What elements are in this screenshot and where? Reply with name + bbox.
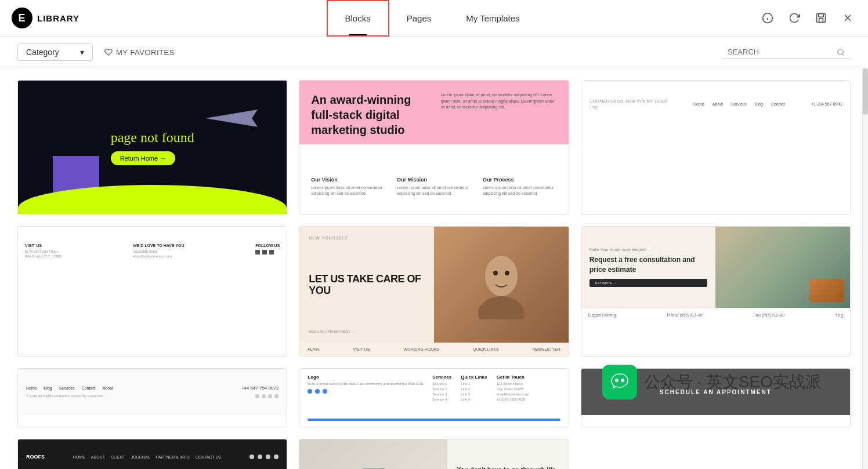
header-actions <box>759 9 856 27</box>
footer-blue-columns: Logo Build a brand loved by the Web Club… <box>308 375 560 402</box>
elementor-logo-icon: E <box>12 8 32 28</box>
refresh-button[interactable] <box>786 9 803 27</box>
library-logo: E LIBRARY <box>12 8 104 28</box>
social-icon-2 <box>262 394 266 398</box>
airplane-icon <box>205 104 263 133</box>
header-logo-label: Logo <box>589 105 667 109</box>
toolbar: Category ▾ MY FAVORITES <box>0 37 868 68</box>
social-icon-3 <box>268 394 272 398</box>
nav-footer-blog: Blog <box>44 386 52 390</box>
return-home-button[interactable]: Return Home → <box>111 151 175 165</box>
flooring-tagline: Make Your Home more elegant! <box>589 248 708 252</box>
footer-col-contact-title: Get In Touch <box>497 375 529 380</box>
card-beauty-salon[interactable]: NEW YOURSELF LET US TAKE CARE OF YOU BOO… <box>299 226 569 357</box>
category-dropdown[interactable]: Category ▾ <box>17 43 93 61</box>
beauty-subtitle: NEW YOURSELF <box>309 236 438 240</box>
dark-social-1 <box>249 455 254 459</box>
footer-col-quicklinks: Quick Links Link 1Link 2Link 3Link 4 <box>461 375 487 402</box>
col1-text: Lorem ipsum dolor sit amet consectetur a… <box>311 185 385 197</box>
footer-col-quicklinks-title: Quick Links <box>461 375 487 380</box>
card-footer-blue[interactable]: Logo Build a brand loved by the Web Club… <box>299 368 569 427</box>
card-appointment[interactable]: SCHEDULE AN APPOINTMENT <box>581 368 851 427</box>
return-home-label: Return Home → <box>120 155 166 162</box>
template-grid: page not found Return Home → An award-wi… <box>17 80 851 469</box>
scrollbar-thumb[interactable] <box>863 68 868 115</box>
flooring-phone: Phone: (555) 012–80 <box>667 313 702 317</box>
footer-col-logo-text: Build a brand loved by the Web Club comm… <box>308 381 423 387</box>
tab-blocks[interactable]: Blocks <box>327 0 389 37</box>
category-label: Category <box>26 48 59 57</box>
model-silhouette <box>478 250 525 319</box>
svg-rect-4 <box>819 14 823 17</box>
flooring-footer: Elegant Flooring Phone: (555) 012–80 Fax… <box>581 308 850 322</box>
col2-label: Our Mission <box>397 177 471 183</box>
flooring-brand-name: Elegant Flooring <box>588 313 616 317</box>
marketing-title: An award-winning full-stack digital mark… <box>311 92 415 137</box>
footer-col-contact: Get In Touch 123 Street NameCity, State … <box>497 375 529 402</box>
blue-social-tw <box>315 389 320 394</box>
library-title: LIBRARY <box>37 13 79 23</box>
svg-point-8 <box>838 49 843 54</box>
flooring-room-image <box>715 227 850 308</box>
card-dark-nav[interactable]: ROOFS HOME ABOUT CLIENT JOURNAL PARTNER … <box>17 439 287 469</box>
footer-col-services-title: Services <box>432 375 451 380</box>
card-flooring[interactable]: Make Your Home more elegant! Request a f… <box>581 226 851 357</box>
col3-label: Our Process <box>483 177 557 183</box>
card-404-page[interactable]: page not found Return Home → <box>17 80 287 214</box>
chevron-down-icon: ▾ <box>80 48 84 57</box>
scrollbar[interactable] <box>862 68 868 469</box>
nav-footer-bottom: © 2018 All Rights Reserved. Design by El… <box>26 394 279 398</box>
card-nav-footer[interactable]: Home Blog Services Contact About +44 647… <box>17 368 287 427</box>
svg-line-9 <box>842 53 844 55</box>
flooring-estimate-btn[interactable]: ESTIMATE → <box>589 279 708 287</box>
close-button[interactable] <box>839 9 856 27</box>
marketing-lorem: Lorem ipsum dolor sit amet, consectetur … <box>441 92 557 111</box>
my-favorites-button[interactable]: MY FAVORITES <box>104 48 175 57</box>
dark-nav-brand: ROOFS <box>26 454 45 460</box>
copyright-text: © 2018 All Rights Reserved. Design by El… <box>26 394 103 398</box>
beauty-model-image <box>434 227 569 343</box>
heart-icon <box>104 48 113 56</box>
dark-nav-contact: CONTACT US <box>196 455 222 459</box>
my-favorites-label: MY FAVORITES <box>116 48 175 57</box>
card-footer-small[interactable]: VISIT US 5179 EDITION TRAILWashington D.… <box>17 226 287 357</box>
social-icon-1 <box>255 394 259 398</box>
flooring-social: f p g <box>836 313 843 317</box>
beauty-footer: FLAIR VISIT US WORKING HOURS QUICK LINKS… <box>299 343 568 356</box>
social-icon-4 <box>274 394 279 398</box>
info-icon <box>762 12 773 24</box>
footer-col-follow: FOLLOW US <box>255 243 280 255</box>
header-phone-right: +1 234 567 8900 <box>811 102 842 106</box>
save-button[interactable] <box>812 9 830 27</box>
info-button[interactable] <box>759 9 776 27</box>
nav-link-contact: Contact <box>771 102 785 106</box>
content-area: page not found Return Home → An award-wi… <box>0 68 868 469</box>
reading-image-panel <box>299 439 447 469</box>
card-marketing-pink[interactable]: An award-winning full-stack digital mark… <box>299 80 569 214</box>
svg-point-12 <box>485 256 518 296</box>
card-logo-header[interactable]: CORNER Street, New York NY 10002 Logo Ho… <box>581 80 851 214</box>
footer-col-logo-title: Logo <box>308 375 423 380</box>
dark-nav-about: ABOUT <box>91 455 105 459</box>
svg-point-14 <box>493 271 498 275</box>
card-reading[interactable]: You don't have to go through life strugg… <box>299 439 569 469</box>
footer-col-logo: Logo Build a brand loved by the Web Club… <box>308 375 423 402</box>
nav-link-services: Services <box>731 102 747 106</box>
tab-pages[interactable]: Pages <box>389 0 449 37</box>
nav-footer-phone: +44 647 754 0072 <box>241 386 279 391</box>
blue-social-icons <box>308 389 423 394</box>
search-input[interactable] <box>728 48 832 56</box>
dark-nav-home: HOME <box>73 455 85 459</box>
nav-link-about: About <box>713 102 723 106</box>
svg-point-13 <box>478 296 525 319</box>
reading-text-panel: You don't have to go through life strugg… <box>447 439 569 469</box>
tab-my-templates[interactable]: My Templates <box>449 0 537 37</box>
social-icons <box>255 394 279 398</box>
header-logo-left: CORNER Street, New York NY 10002 Logo <box>589 99 667 109</box>
dark-social-4 <box>274 455 279 459</box>
glass-hands-visual <box>345 457 403 469</box>
beauty-hours: WORKING HOURS <box>404 347 439 351</box>
nav-footer-home: Home <box>26 386 37 390</box>
beauty-brand: FLAIR <box>308 347 319 351</box>
beauty-left-panel: NEW YOURSELF LET US TAKE CARE OF YOU BOO… <box>299 227 447 343</box>
